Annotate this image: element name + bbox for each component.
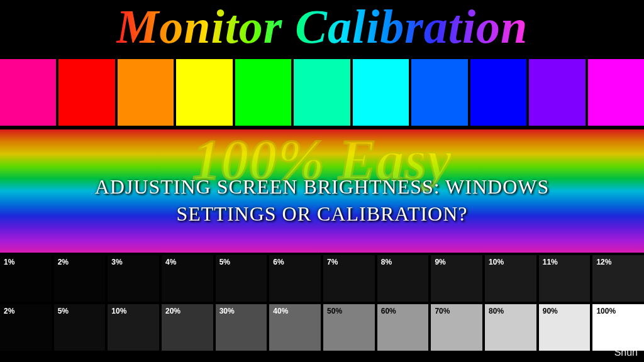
grayscale-row-fine: 1% 2% 3% 4% 5% 6% 7% 8% 9% 10% 11% 12% (0, 253, 644, 302)
gray-cell: 40% (267, 304, 321, 351)
caption: ADJUSTING SCREEN BRIGHTNESS: WINDOWS SET… (95, 155, 550, 228)
gray-cell: 11% (536, 255, 591, 302)
color-swatch (586, 59, 644, 126)
gray-cell: 60% (375, 304, 429, 351)
gray-label: 6% (273, 258, 284, 266)
gray-label: 70% (435, 307, 450, 315)
gray-cell: 7% (321, 255, 375, 302)
gray-cell: 9% (428, 255, 482, 302)
gray-label: 2% (4, 307, 14, 315)
gray-label: 2% (58, 258, 69, 266)
gray-label: 20% (165, 307, 180, 315)
gray-cell: 1% (0, 255, 52, 302)
color-swatch (56, 59, 114, 126)
gray-label: 80% (489, 307, 504, 315)
page-title: Monitor Calibration (116, 3, 528, 50)
title-wrap: Monitor Calibration (0, 0, 644, 50)
grayscale-row-coarse: 2% 5% 10% 20% 30% 40% 50% 60% 70% 80% 90… (0, 302, 644, 351)
gray-label: 5% (58, 307, 69, 315)
gray-cell: 10% (105, 304, 159, 351)
gray-cell: 12% (590, 255, 644, 302)
color-swatch (409, 59, 467, 126)
grayscale-rows: 1% 2% 3% 4% 5% 6% 7% 8% 9% 10% 11% 12% 2… (0, 253, 644, 351)
gray-cell: 6% (267, 255, 321, 302)
caption-line-2: SETTINGS OR CALIBRATION? (95, 200, 550, 228)
gray-cell: 70% (428, 304, 482, 351)
gray-label: 60% (381, 307, 396, 315)
gray-label: 1% (4, 258, 14, 266)
gray-label: 8% (381, 258, 392, 266)
gray-label: 12% (596, 258, 611, 266)
mid-section: 100% Easy ADJUSTING SCREEN BRIGHTNESS: W… (0, 129, 644, 253)
watermark: Shun (614, 347, 638, 358)
gray-cell: 30% (213, 304, 267, 351)
color-swatch (115, 59, 174, 126)
gray-cell: 20% (159, 304, 213, 351)
gray-label: 3% (111, 258, 122, 266)
gray-label: 11% (543, 258, 558, 266)
color-swatch (174, 59, 232, 126)
gray-cell: 3% (105, 255, 159, 302)
gray-cell: 5% (213, 255, 267, 302)
color-swatch (233, 59, 291, 126)
gray-cell: 50% (321, 304, 375, 351)
gray-cell: 2% (0, 304, 52, 351)
gray-label: 10% (489, 258, 504, 266)
gray-cell: 4% (159, 255, 213, 302)
gray-cell: 100% (590, 304, 644, 351)
gray-label: 5% (219, 258, 230, 266)
gray-label: 4% (165, 258, 176, 266)
gray-label: 10% (111, 307, 126, 315)
gray-cell: 5% (52, 304, 106, 351)
caption-line-1: ADJUSTING SCREEN BRIGHTNESS: WINDOWS (95, 173, 550, 200)
color-swatch (468, 59, 526, 126)
color-swatch-bar (0, 55, 644, 129)
gray-label: 100% (596, 307, 616, 315)
gray-cell: 90% (536, 304, 591, 351)
gray-label: 90% (543, 307, 558, 315)
gray-label: 50% (327, 307, 342, 315)
gray-cell: 8% (375, 255, 429, 302)
gray-cell: 2% (52, 255, 106, 302)
color-swatch (0, 59, 56, 126)
gray-cell: 80% (482, 304, 536, 351)
gray-label: 9% (435, 258, 445, 266)
color-swatch (526, 59, 585, 126)
color-swatch (350, 59, 409, 126)
color-swatch (291, 59, 350, 126)
gray-label: 7% (327, 258, 338, 266)
gray-cell: 10% (482, 255, 536, 302)
gray-label: 30% (219, 307, 235, 315)
gray-label: 40% (273, 307, 288, 315)
